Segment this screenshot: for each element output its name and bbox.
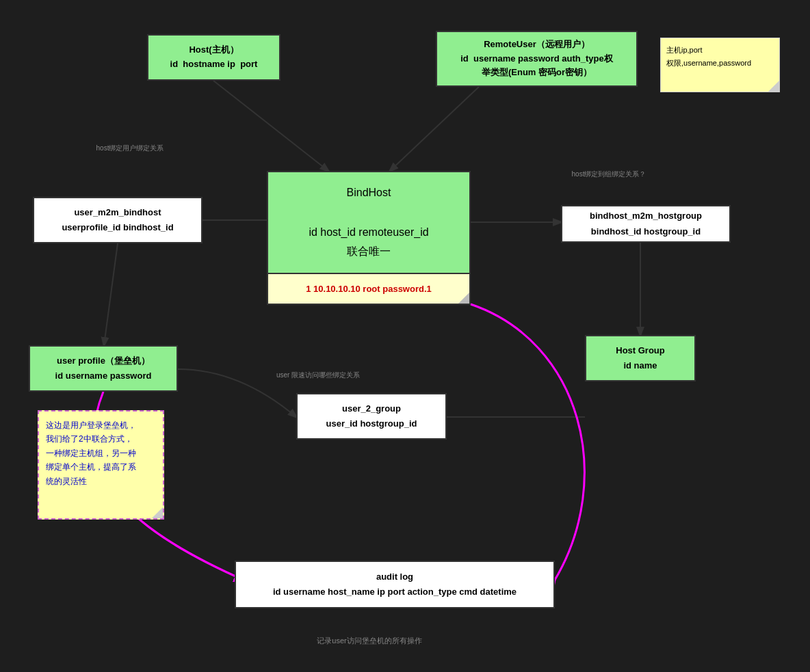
hostgroup-label: Host Groupid name [616,343,665,373]
user-m2m-box: user_m2m_bindhostuserprofile_id bindhost… [33,197,202,243]
bindhost-top: BindHostid host_id remoteuser_id联合唯一 [268,172,469,273]
bottomleft-note: 这边是用户登录堡垒机，我们给了2中联合方式，一种绑定主机组，另一种绑定单个主机，… [38,410,164,520]
label-audit: 记录user访问堡垒机的所有操作 [267,636,472,646]
userprofile-label: user profile（堡垒机）id username password [55,353,152,384]
remoteuser-label: RemoteUser（远程用户） id username password au… [460,38,613,80]
bindhost-m2m-label: bindhost_m2m_hostgroupbindhost_id hostgr… [590,209,702,239]
svg-line-3 [104,243,118,345]
host-label: Host(主机） id hostname ip port [170,43,258,72]
auditlog-box: audit logid username host_name ip port a… [235,561,555,608]
bindhost-top-label: BindHostid host_id remoteuser_id联合唯一 [309,187,428,257]
topright-note: 主机ip,port 权限,username,password [660,38,780,92]
bindhost-bottom: 1 10.10.10.10 root password.1 [268,273,469,304]
user-m2m-label: user_m2m_bindhostuserprofile_id bindhost… [62,205,173,235]
hostgroup-box: Host Groupid name [585,335,696,381]
bindhost-bottom-label: 1 10.10.10.10 root password.1 [306,284,432,294]
bindhost-box: BindHostid host_id remoteuser_id联合唯一 1 1… [267,171,471,305]
userprofile-box: user profile（堡垒机）id username password [29,345,178,392]
label-host-bind: host绑定用户绑定关系 [79,144,181,153]
diagram-canvas: Host(主机） id hostname ip port RemoteUser（… [0,0,810,672]
auditlog-label: audit logid username host_name ip port a… [273,569,517,600]
remoteuser-box: RemoteUser（远程用户） id username password au… [436,31,638,87]
svg-line-0 [213,81,328,171]
user2group-label: user_2_groupuser_id hostgroup_id [326,401,417,431]
bottomleft-note-text: 这边是用户登录堡垒机，我们给了2中联合方式，一种绑定主机组，另一种绑定单个主机，… [46,420,136,486]
svg-line-1 [390,87,479,171]
host-box: Host(主机） id hostname ip port [147,34,280,81]
label-bind-m2m: host绑定到组绑定关系？ [554,170,664,179]
bindhost-m2m-box: bindhost_m2m_hostgroupbindhost_id hostgr… [561,205,731,243]
label-user-limit: user 限速访问哪些绑定关系 [253,371,383,380]
user2group-box: user_2_groupuser_id hostgroup_id [296,393,447,440]
topright-note-text: 主机ip,port 权限,username,password [666,46,751,67]
